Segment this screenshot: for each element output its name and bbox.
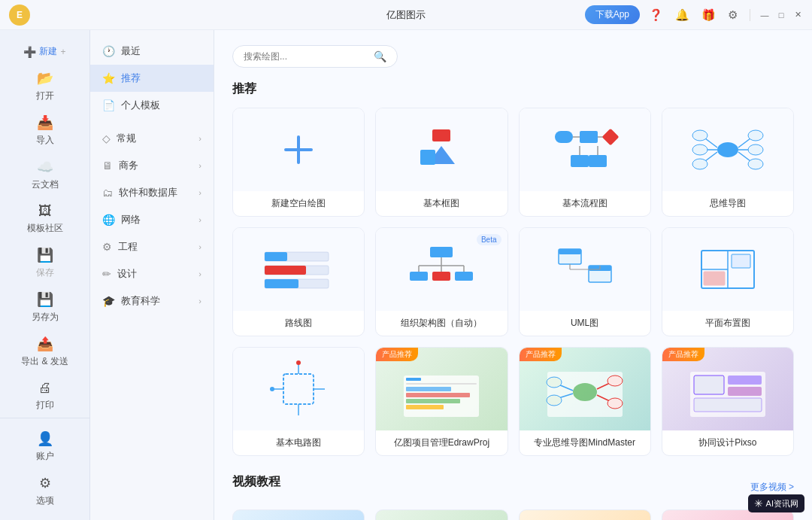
- video-card-1[interactable]: [232, 509, 365, 520]
- promo-badge-edrawproj: 产品推荐: [376, 348, 418, 361]
- svg-rect-64: [406, 387, 451, 391]
- svg-point-26: [748, 159, 763, 169]
- svg-rect-28: [265, 252, 287, 261]
- sidebar-item-cloud[interactable]: ☁️ 云文档: [0, 153, 89, 197]
- svg-point-59: [296, 360, 301, 365]
- nav-item-recent[interactable]: 🕐 最近: [90, 38, 214, 65]
- close-button[interactable]: ✕: [792, 10, 803, 20]
- template-card-label-new-blank: 新建空白绘图: [233, 191, 364, 216]
- sidebar-item-export[interactable]: 📤 导出 & 发送: [0, 330, 89, 374]
- svg-rect-53: [704, 272, 725, 285]
- template-card-label-mindmaster: 专业思维导图MindMaster: [520, 430, 650, 455]
- template-card-edrawproj[interactable]: 产品推荐 亿图项目管理EdrawProj: [375, 347, 508, 456]
- nav-item-general[interactable]: ◇ 常规 ›: [90, 125, 214, 152]
- education-icon: 🎓: [102, 295, 115, 307]
- chevron-right-icon: ›: [198, 188, 201, 197]
- template-card-route[interactable]: 路线图: [232, 227, 365, 336]
- svg-rect-66: [406, 399, 460, 403]
- svg-rect-67: [406, 405, 444, 409]
- sidebar-item-import[interactable]: 📥 导入: [0, 108, 89, 153]
- template-card-img-org-auto: Beta: [376, 228, 507, 311]
- template-card-label-mindmap: 思维导图: [662, 191, 793, 216]
- help-button[interactable]: ❓: [646, 7, 666, 23]
- export-icon: 📤: [37, 336, 53, 352]
- star-icon: ⭐: [102, 72, 115, 84]
- gift-button[interactable]: 🎁: [698, 7, 719, 23]
- template-card-img-circuit: [233, 348, 364, 430]
- nav-item-business[interactable]: 🖥 商务 ›: [90, 152, 214, 179]
- template-card-uml[interactable]: UML图: [519, 227, 651, 336]
- svg-point-75: [607, 376, 623, 386]
- download-app-button[interactable]: 下载App: [585, 5, 640, 24]
- svg-line-25: [738, 152, 750, 161]
- sidebar-item-save[interactable]: 💾 保存: [0, 241, 89, 285]
- nav-item-education[interactable]: 🎓 教育科学 ›: [90, 287, 214, 315]
- template-card-img-edrawproj: 产品推荐: [376, 348, 507, 430]
- template-card-label-circuit: 基本电路图: [233, 430, 364, 455]
- template-card-pixso[interactable]: 产品推荐 协同设计Pixso: [662, 347, 794, 456]
- template-card-basic-frame[interactable]: 基本框图: [375, 108, 508, 217]
- nav-item-personal[interactable]: 📄 个人模板: [90, 92, 214, 119]
- svg-point-77: [607, 398, 623, 409]
- svg-point-60: [270, 387, 274, 391]
- gear-icon[interactable]: ⚙: [725, 7, 741, 23]
- promo-badge-mindmaster: 产品推荐: [520, 348, 562, 361]
- template-card-label-uml: UML图: [520, 311, 650, 336]
- sidebar-item-template[interactable]: 🖼 模板社区: [0, 197, 89, 241]
- nav-item-recommend[interactable]: ⭐ 推荐: [90, 65, 214, 92]
- notification-button[interactable]: 🔔: [672, 7, 692, 23]
- svg-rect-80: [728, 376, 762, 385]
- sidebar-item-open[interactable]: 📂 打开: [0, 64, 89, 108]
- software-icon: 🗂: [102, 187, 113, 199]
- template-card-org-auto[interactable]: Beta 组织架构图（自动）: [375, 227, 508, 336]
- template-card-floor-plan[interactable]: 平面布置图: [662, 227, 794, 336]
- search-bar[interactable]: 🔍: [232, 45, 398, 68]
- sidebar-item-options[interactable]: ⚙ 选项: [0, 469, 89, 513]
- minimize-button[interactable]: —: [759, 10, 770, 20]
- template-card-circuit[interactable]: 基本电路图: [232, 347, 365, 456]
- template-card-mindmap[interactable]: 思维导图: [662, 108, 794, 217]
- svg-rect-9: [601, 129, 618, 146]
- svg-point-14: [717, 142, 738, 157]
- nav-item-network[interactable]: 🌐 网络 ›: [90, 206, 214, 233]
- svg-rect-65: [406, 393, 470, 397]
- nav-item-engineering[interactable]: ⚙ 工程 ›: [90, 233, 214, 260]
- svg-rect-30: [265, 266, 306, 275]
- svg-rect-41: [455, 272, 473, 281]
- template-card-img-basic-frame: [376, 108, 507, 191]
- add-icon: +: [60, 47, 65, 57]
- video-card-3[interactable]: [519, 509, 651, 520]
- sidebar-item-account[interactable]: 👤 账户: [0, 424, 89, 469]
- more-videos-link[interactable]: 更多视频 >: [750, 481, 794, 494]
- maximize-button[interactable]: □: [776, 10, 786, 20]
- sidebar-item-new[interactable]: ➕ 新建 +: [0, 39, 89, 64]
- template-card-label-floor-plan: 平面布置图: [662, 311, 793, 336]
- video-card-2[interactable]: [375, 509, 508, 520]
- template-card-label-org-auto: 组织架构图（自动）: [376, 311, 507, 336]
- sidebar-bottom: 👤 账户 ⚙ 选项: [0, 418, 89, 513]
- chevron-right-icon: ›: [198, 296, 201, 306]
- template-card-basic-flow[interactable]: 基本流程图: [519, 108, 651, 217]
- svg-rect-82: [694, 398, 762, 412]
- svg-point-22: [748, 130, 763, 141]
- video-grid: [232, 509, 794, 520]
- template-card-new-blank[interactable]: 新建空白绘图: [232, 108, 365, 217]
- sidebar-item-saveas[interactable]: 💾 另存为: [0, 285, 89, 330]
- template-card-mindmaster[interactable]: 产品推荐 专业思维导图MindMaster: [519, 347, 651, 456]
- svg-rect-54: [283, 374, 314, 404]
- account-icon: 👤: [37, 430, 53, 447]
- template-card-img-mindmaster: 产品推荐: [520, 348, 650, 430]
- search-input[interactable]: [244, 51, 368, 62]
- template-card-img-pixso: 产品推荐: [662, 348, 793, 430]
- nav-item-software[interactable]: 🗂 软件和数据库 ›: [90, 179, 214, 206]
- nav-item-design[interactable]: ✏ 设计 ›: [90, 260, 214, 287]
- search-icon: 🔍: [374, 50, 386, 62]
- template-card-img-basic-flow: [520, 108, 650, 191]
- svg-rect-33: [430, 247, 453, 257]
- svg-rect-63: [406, 383, 477, 385]
- watermark: ✳ AI资讯网: [748, 494, 804, 512]
- recommend-section-title: 推荐: [232, 81, 794, 97]
- doc-icon: 📄: [102, 99, 115, 111]
- chevron-right-icon: ›: [198, 215, 201, 224]
- sidebar-item-print[interactable]: 🖨 打印: [0, 374, 89, 418]
